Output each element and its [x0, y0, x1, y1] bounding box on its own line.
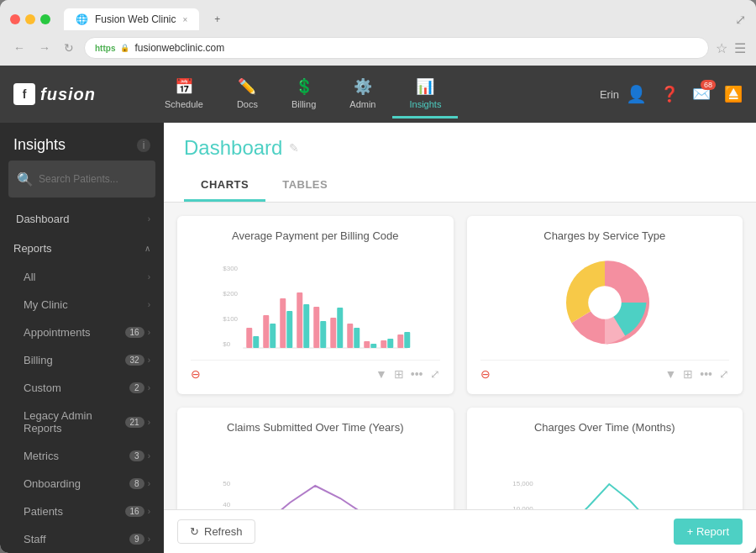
main-content: Insights i 🔍 👤+ Dashboard › Reports ∧ — [0, 123, 756, 553]
svg-rect-13 — [313, 307, 319, 348]
charts-area: Average Payment per Billing Code $300 $2… — [164, 203, 756, 509]
svg-rect-20 — [370, 344, 376, 348]
address-bar-row: ← → ↻ https 🔒 fusionwebclinic.com ☆ ☰ — [10, 37, 746, 66]
nav-item-billing-label: Billing — [291, 99, 316, 109]
content-area: Dashboard ✎ CHARTS TABLES Average Paymen… — [164, 123, 756, 553]
active-tab[interactable]: 🌐 Fusion Web Clinic × — [64, 8, 199, 30]
edit-title-icon[interactable]: ✎ — [289, 141, 299, 155]
logout-button[interactable]: ⏏️ — [724, 85, 743, 103]
dashboard-title: Dashboard ✎ — [184, 136, 736, 160]
expand2-icon[interactable]: ⤢ — [719, 367, 729, 381]
nav-item-billing[interactable]: 💲 Billing — [275, 71, 333, 118]
tab-favicon: 🌐 — [76, 13, 88, 25]
reload-button[interactable]: ↻ — [60, 38, 77, 58]
resize-icon[interactable]: ⤢ — [735, 12, 746, 28]
sidebar-item-legacy[interactable]: Legacy Admin Reports 21 › — [0, 402, 164, 442]
back-button[interactable]: ← — [10, 38, 29, 58]
search-input[interactable] — [39, 173, 164, 185]
metrics-count: 3 — [129, 450, 144, 461]
user-info[interactable]: Erin 👤 — [600, 84, 647, 104]
staff-label: Staff — [24, 533, 129, 545]
maximize-window-btn[interactable] — [40, 14, 50, 24]
new-tab-btn[interactable]: + — [202, 8, 232, 30]
svg-rect-18 — [354, 328, 360, 348]
remove-chart2-icon[interactable]: ⊖ — [480, 367, 491, 381]
minimize-window-btn[interactable] — [25, 14, 35, 24]
sidebar-item-dashboard[interactable]: Dashboard › — [0, 204, 164, 234]
chart-avg-payment-footer: ⊖ ▼ ⊞ ••• ⤢ — [191, 360, 440, 381]
schedule-icon: 📅 — [175, 77, 193, 96]
chevron-up-icon: ∧ — [144, 244, 150, 253]
staff-count: 9 — [129, 534, 144, 545]
tab-tables[interactable]: TABLES — [265, 170, 344, 202]
svg-point-25 — [588, 286, 622, 319]
patients-label: Patients — [24, 505, 125, 518]
logo-icon: f — [13, 83, 35, 105]
chart-avg-payment: Average Payment per Billing Code $300 $2… — [177, 216, 454, 394]
chart-charges-months-title: Charges Over Time (Months) — [480, 421, 730, 434]
svg-text:$0: $0 — [223, 340, 230, 348]
tab-charts[interactable]: CHARTS — [184, 170, 265, 202]
all-label: All — [24, 271, 148, 283]
svg-text:$100: $100 — [223, 315, 238, 323]
more-options-icon[interactable]: ••• — [411, 367, 423, 381]
bookmark-button[interactable]: ☆ — [716, 40, 727, 56]
app: f fusion 📅 Schedule ✏️ Docs 💲 Billing — [0, 66, 756, 553]
svg-rect-17 — [347, 324, 353, 348]
admin-icon: ⚙️ — [354, 77, 372, 96]
table2-icon[interactable]: ⊞ — [683, 367, 693, 381]
filter2-icon[interactable]: ▼ — [664, 367, 676, 381]
remove-chart-icon[interactable]: ⊖ — [191, 367, 201, 381]
chart-charges-footer: ⊖ ▼ ⊞ ••• ⤢ — [480, 360, 730, 381]
sidebar-item-patients[interactable]: Patients 16 › — [0, 498, 164, 525]
notifications-button[interactable]: ✉️ 68 — [692, 85, 711, 103]
search-bar[interactable]: 🔍 👤+ — [8, 161, 155, 198]
chevron-right-icon: › — [148, 507, 150, 516]
svg-text:40: 40 — [223, 501, 230, 508]
nav-item-admin[interactable]: ⚙️ Admin — [333, 71, 392, 118]
sidebar-reports-header[interactable]: Reports ∧ — [0, 234, 164, 263]
legacy-count: 21 — [125, 417, 144, 428]
sidebar-item-myclinic[interactable]: My Clinic › — [0, 291, 164, 319]
nav-item-docs[interactable]: ✏️ Docs — [220, 71, 275, 118]
chart-charges-service-body — [480, 252, 730, 353]
add-report-button[interactable]: + Report — [674, 519, 743, 545]
sidebar-item-billing[interactable]: Billing 32 › — [0, 346, 164, 374]
filter-icon[interactable]: ▼ — [375, 367, 387, 381]
help-button[interactable]: ❓ — [660, 85, 679, 103]
close-window-btn[interactable] — [10, 14, 20, 24]
expand-icon[interactable]: ⤢ — [430, 367, 440, 381]
forward-button[interactable]: → — [35, 38, 54, 58]
nav-item-insights[interactable]: 📊 Insights — [392, 71, 458, 118]
appointments-label: Appointments — [24, 326, 125, 339]
browser-menu-button[interactable]: ☰ — [734, 40, 746, 56]
sidebar-item-metrics[interactable]: Metrics 3 › — [0, 442, 164, 470]
sidebar-info-icon[interactable]: i — [137, 139, 150, 152]
sidebar-item-appointments[interactable]: Appointments 16 › — [0, 319, 164, 346]
docs-icon: ✏️ — [238, 77, 256, 96]
sidebar-item-onboarding[interactable]: Onboarding 8 › — [0, 470, 164, 498]
content-header: Dashboard ✎ CHARTS TABLES — [164, 123, 756, 203]
chart-footer-right2: ▼ ⊞ ••• ⤢ — [664, 367, 729, 381]
nav-item-schedule[interactable]: 📅 Schedule — [148, 71, 220, 118]
table-icon[interactable]: ⊞ — [394, 367, 404, 381]
line-chart-svg2: 15,000 10,000 — [480, 469, 730, 509]
user-avatar-icon: 👤 — [626, 84, 647, 104]
nav-item-docs-label: Docs — [237, 99, 258, 109]
top-nav: f fusion 📅 Schedule ✏️ Docs 💲 Billing — [0, 66, 756, 123]
svg-text:15,000: 15,000 — [512, 480, 533, 487]
tab-close-btn[interactable]: × — [182, 15, 187, 24]
sidebar-item-custom[interactable]: Custom 2 › — [0, 374, 164, 402]
sidebar-item-staff[interactable]: Staff 9 › — [0, 525, 164, 553]
chevron-right-icon: › — [148, 272, 150, 282]
address-bar[interactable]: https 🔒 fusionwebclinic.com — [84, 37, 709, 59]
logo-area: f fusion — [13, 83, 148, 105]
tabs-bar: CHARTS TABLES — [184, 170, 736, 202]
svg-rect-16 — [337, 308, 343, 348]
more-options2-icon[interactable]: ••• — [700, 367, 712, 381]
chart-claims-body: 50 40 30 — [191, 444, 440, 509]
refresh-button[interactable]: ↻ Refresh — [177, 519, 255, 544]
chart-charges-months: Charges Over Time (Months) 15,000 10,000 — [467, 408, 743, 509]
sidebar-item-all[interactable]: All › — [0, 263, 164, 291]
pie-chart-svg — [559, 256, 651, 349]
